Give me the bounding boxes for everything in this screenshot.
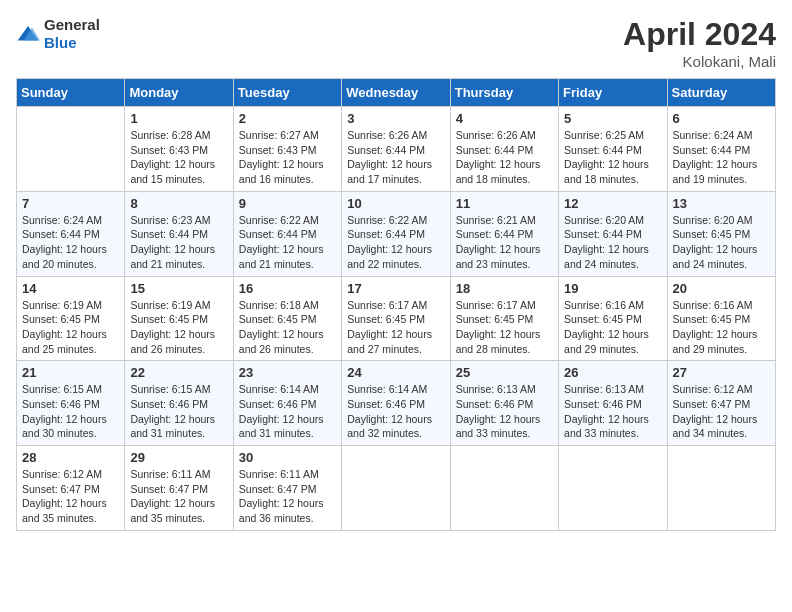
day-info: Sunrise: 6:25 AMSunset: 6:44 PMDaylight:… bbox=[564, 128, 661, 187]
col-header-saturday: Saturday bbox=[667, 79, 775, 107]
calendar-cell: 2Sunrise: 6:27 AMSunset: 6:43 PMDaylight… bbox=[233, 107, 341, 192]
day-number: 27 bbox=[673, 365, 770, 380]
day-number: 18 bbox=[456, 281, 553, 296]
calendar-cell: 18Sunrise: 6:17 AMSunset: 6:45 PMDayligh… bbox=[450, 276, 558, 361]
day-info: Sunrise: 6:16 AMSunset: 6:45 PMDaylight:… bbox=[673, 298, 770, 357]
day-number: 1 bbox=[130, 111, 227, 126]
calendar-cell bbox=[559, 446, 667, 531]
day-number: 2 bbox=[239, 111, 336, 126]
calendar-week-2: 7Sunrise: 6:24 AMSunset: 6:44 PMDaylight… bbox=[17, 191, 776, 276]
calendar-cell: 22Sunrise: 6:15 AMSunset: 6:46 PMDayligh… bbox=[125, 361, 233, 446]
day-number: 16 bbox=[239, 281, 336, 296]
calendar-cell: 5Sunrise: 6:25 AMSunset: 6:44 PMDaylight… bbox=[559, 107, 667, 192]
calendar-week-1: 1Sunrise: 6:28 AMSunset: 6:43 PMDaylight… bbox=[17, 107, 776, 192]
calendar-cell: 25Sunrise: 6:13 AMSunset: 6:46 PMDayligh… bbox=[450, 361, 558, 446]
day-number: 20 bbox=[673, 281, 770, 296]
calendar-cell: 7Sunrise: 6:24 AMSunset: 6:44 PMDaylight… bbox=[17, 191, 125, 276]
calendar-cell: 20Sunrise: 6:16 AMSunset: 6:45 PMDayligh… bbox=[667, 276, 775, 361]
calendar-week-5: 28Sunrise: 6:12 AMSunset: 6:47 PMDayligh… bbox=[17, 446, 776, 531]
day-number: 12 bbox=[564, 196, 661, 211]
calendar-cell bbox=[450, 446, 558, 531]
day-info: Sunrise: 6:11 AMSunset: 6:47 PMDaylight:… bbox=[130, 467, 227, 526]
logo-general: General bbox=[44, 16, 100, 33]
calendar-header-row: SundayMondayTuesdayWednesdayThursdayFrid… bbox=[17, 79, 776, 107]
day-info: Sunrise: 6:23 AMSunset: 6:44 PMDaylight:… bbox=[130, 213, 227, 272]
day-info: Sunrise: 6:28 AMSunset: 6:43 PMDaylight:… bbox=[130, 128, 227, 187]
col-header-sunday: Sunday bbox=[17, 79, 125, 107]
day-info: Sunrise: 6:16 AMSunset: 6:45 PMDaylight:… bbox=[564, 298, 661, 357]
calendar-cell: 30Sunrise: 6:11 AMSunset: 6:47 PMDayligh… bbox=[233, 446, 341, 531]
calendar-cell: 21Sunrise: 6:15 AMSunset: 6:46 PMDayligh… bbox=[17, 361, 125, 446]
day-info: Sunrise: 6:19 AMSunset: 6:45 PMDaylight:… bbox=[22, 298, 119, 357]
day-number: 29 bbox=[130, 450, 227, 465]
day-number: 13 bbox=[673, 196, 770, 211]
day-number: 30 bbox=[239, 450, 336, 465]
day-info: Sunrise: 6:22 AMSunset: 6:44 PMDaylight:… bbox=[347, 213, 444, 272]
day-info: Sunrise: 6:27 AMSunset: 6:43 PMDaylight:… bbox=[239, 128, 336, 187]
calendar-cell: 23Sunrise: 6:14 AMSunset: 6:46 PMDayligh… bbox=[233, 361, 341, 446]
day-info: Sunrise: 6:15 AMSunset: 6:46 PMDaylight:… bbox=[130, 382, 227, 441]
day-info: Sunrise: 6:20 AMSunset: 6:45 PMDaylight:… bbox=[673, 213, 770, 272]
calendar-cell: 4Sunrise: 6:26 AMSunset: 6:44 PMDaylight… bbox=[450, 107, 558, 192]
day-number: 5 bbox=[564, 111, 661, 126]
calendar-cell: 10Sunrise: 6:22 AMSunset: 6:44 PMDayligh… bbox=[342, 191, 450, 276]
day-info: Sunrise: 6:26 AMSunset: 6:44 PMDaylight:… bbox=[347, 128, 444, 187]
day-info: Sunrise: 6:17 AMSunset: 6:45 PMDaylight:… bbox=[347, 298, 444, 357]
day-info: Sunrise: 6:21 AMSunset: 6:44 PMDaylight:… bbox=[456, 213, 553, 272]
calendar-cell: 11Sunrise: 6:21 AMSunset: 6:44 PMDayligh… bbox=[450, 191, 558, 276]
calendar-cell bbox=[17, 107, 125, 192]
calendar-cell: 27Sunrise: 6:12 AMSunset: 6:47 PMDayligh… bbox=[667, 361, 775, 446]
day-info: Sunrise: 6:12 AMSunset: 6:47 PMDaylight:… bbox=[673, 382, 770, 441]
calendar-cell: 1Sunrise: 6:28 AMSunset: 6:43 PMDaylight… bbox=[125, 107, 233, 192]
calendar-cell: 3Sunrise: 6:26 AMSunset: 6:44 PMDaylight… bbox=[342, 107, 450, 192]
day-number: 24 bbox=[347, 365, 444, 380]
day-info: Sunrise: 6:13 AMSunset: 6:46 PMDaylight:… bbox=[456, 382, 553, 441]
day-number: 10 bbox=[347, 196, 444, 211]
calendar-cell: 6Sunrise: 6:24 AMSunset: 6:44 PMDaylight… bbox=[667, 107, 775, 192]
day-info: Sunrise: 6:18 AMSunset: 6:45 PMDaylight:… bbox=[239, 298, 336, 357]
day-number: 17 bbox=[347, 281, 444, 296]
page-header: General Blue April 2024 Kolokani, Mali bbox=[16, 16, 776, 70]
calendar-week-4: 21Sunrise: 6:15 AMSunset: 6:46 PMDayligh… bbox=[17, 361, 776, 446]
col-header-wednesday: Wednesday bbox=[342, 79, 450, 107]
day-number: 8 bbox=[130, 196, 227, 211]
day-number: 4 bbox=[456, 111, 553, 126]
day-number: 22 bbox=[130, 365, 227, 380]
logo-blue: Blue bbox=[44, 34, 77, 51]
calendar-cell: 15Sunrise: 6:19 AMSunset: 6:45 PMDayligh… bbox=[125, 276, 233, 361]
day-number: 19 bbox=[564, 281, 661, 296]
calendar-cell: 24Sunrise: 6:14 AMSunset: 6:46 PMDayligh… bbox=[342, 361, 450, 446]
day-number: 23 bbox=[239, 365, 336, 380]
day-number: 11 bbox=[456, 196, 553, 211]
day-number: 7 bbox=[22, 196, 119, 211]
day-number: 6 bbox=[673, 111, 770, 126]
col-header-friday: Friday bbox=[559, 79, 667, 107]
logo: General Blue bbox=[16, 16, 100, 52]
day-info: Sunrise: 6:20 AMSunset: 6:44 PMDaylight:… bbox=[564, 213, 661, 272]
calendar-cell: 13Sunrise: 6:20 AMSunset: 6:45 PMDayligh… bbox=[667, 191, 775, 276]
location: Kolokani, Mali bbox=[623, 53, 776, 70]
col-header-monday: Monday bbox=[125, 79, 233, 107]
day-info: Sunrise: 6:14 AMSunset: 6:46 PMDaylight:… bbox=[239, 382, 336, 441]
col-header-tuesday: Tuesday bbox=[233, 79, 341, 107]
day-number: 28 bbox=[22, 450, 119, 465]
calendar-cell: 17Sunrise: 6:17 AMSunset: 6:45 PMDayligh… bbox=[342, 276, 450, 361]
calendar-cell: 28Sunrise: 6:12 AMSunset: 6:47 PMDayligh… bbox=[17, 446, 125, 531]
col-header-thursday: Thursday bbox=[450, 79, 558, 107]
day-number: 25 bbox=[456, 365, 553, 380]
month-title: April 2024 bbox=[623, 16, 776, 53]
calendar-cell: 16Sunrise: 6:18 AMSunset: 6:45 PMDayligh… bbox=[233, 276, 341, 361]
day-info: Sunrise: 6:22 AMSunset: 6:44 PMDaylight:… bbox=[239, 213, 336, 272]
day-info: Sunrise: 6:24 AMSunset: 6:44 PMDaylight:… bbox=[22, 213, 119, 272]
calendar-week-3: 14Sunrise: 6:19 AMSunset: 6:45 PMDayligh… bbox=[17, 276, 776, 361]
day-number: 15 bbox=[130, 281, 227, 296]
calendar-cell bbox=[667, 446, 775, 531]
logo-icon bbox=[16, 24, 40, 44]
day-number: 3 bbox=[347, 111, 444, 126]
day-info: Sunrise: 6:17 AMSunset: 6:45 PMDaylight:… bbox=[456, 298, 553, 357]
calendar-cell: 8Sunrise: 6:23 AMSunset: 6:44 PMDaylight… bbox=[125, 191, 233, 276]
day-number: 9 bbox=[239, 196, 336, 211]
calendar-cell: 12Sunrise: 6:20 AMSunset: 6:44 PMDayligh… bbox=[559, 191, 667, 276]
day-info: Sunrise: 6:13 AMSunset: 6:46 PMDaylight:… bbox=[564, 382, 661, 441]
day-info: Sunrise: 6:14 AMSunset: 6:46 PMDaylight:… bbox=[347, 382, 444, 441]
